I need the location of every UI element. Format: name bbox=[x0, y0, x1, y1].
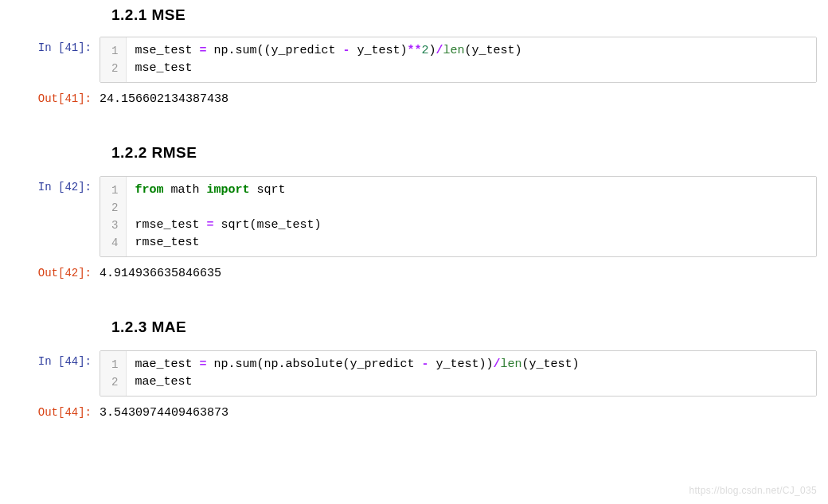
code-text: rmse_test bbox=[135, 236, 199, 249]
op-slash: / bbox=[494, 357, 501, 371]
cell-in-44: In [44]: 1 2 mae_test = np.sum(np.absolu… bbox=[0, 350, 828, 397]
cell-in-41: In [41]: 1 2 mse_test = np.sum((y_predic… bbox=[0, 37, 828, 83]
lineno: 1 bbox=[111, 356, 118, 373]
cell-out-44: Out[44]: 3.5430974409463873 bbox=[0, 401, 828, 420]
gutter-42: 1 2 3 4 bbox=[100, 177, 127, 256]
code-text: np.sum(np.absolute(y_predict bbox=[206, 357, 421, 371]
prompt-out-41: Out[41]: bbox=[0, 88, 100, 105]
lineno: 3 bbox=[111, 217, 118, 234]
code-text: sqrt(mse_test) bbox=[213, 218, 321, 232]
gutter-41: 1 2 bbox=[100, 37, 127, 82]
code-block-41[interactable]: 1 2 mse_test = np.sum((y_predict - y_tes… bbox=[100, 37, 817, 83]
code-text: mse_test bbox=[135, 44, 199, 57]
prompt-in-41: In [41]: bbox=[0, 37, 100, 54]
prompt-out-42: Out[42]: bbox=[0, 262, 100, 279]
code-text: rmse_test bbox=[135, 218, 206, 232]
code-block-44[interactable]: 1 2 mae_test = np.sum(np.absolute(y_pred… bbox=[100, 350, 817, 397]
heading-mse: 1.2.1 MSE bbox=[111, 6, 828, 24]
code-text: (y_test) bbox=[522, 357, 580, 371]
op-pow: ** bbox=[408, 44, 422, 57]
cell-in-42: In [42]: 1 2 3 4 from math import sqrt r… bbox=[0, 176, 828, 257]
cell-out-42: Out[42]: 4.914936635846635 bbox=[0, 262, 828, 280]
kw-from: from bbox=[135, 183, 163, 197]
code-41[interactable]: mse_test = np.sum((y_predict - y_test)**… bbox=[127, 37, 816, 82]
prompt-out-44: Out[44]: bbox=[0, 401, 100, 419]
lineno: 2 bbox=[111, 199, 118, 217]
code-text: mae_test bbox=[135, 375, 192, 389]
code-text: mse_test bbox=[135, 61, 192, 75]
output-44: 3.5430974409463873 bbox=[100, 401, 828, 420]
output-41: 24.156602134387438 bbox=[100, 88, 828, 106]
kw-import: import bbox=[206, 183, 249, 197]
code-text: (y_test) bbox=[465, 44, 522, 57]
gutter-44: 1 2 bbox=[100, 351, 127, 396]
notebook: 1.2.1 MSE In [41]: 1 2 mse_test = np.sum… bbox=[0, 0, 828, 420]
code-44[interactable]: mae_test = np.sum(np.absolute(y_predict … bbox=[127, 351, 816, 396]
output-42: 4.914936635846635 bbox=[100, 262, 828, 280]
code-text: ) bbox=[429, 44, 436, 57]
op-minus: - bbox=[421, 357, 428, 371]
code-text: y_test)) bbox=[429, 357, 494, 371]
code-text: y_test) bbox=[350, 44, 407, 57]
lineno: 1 bbox=[111, 42, 118, 60]
prompt-in-44: In [44]: bbox=[0, 350, 100, 368]
lineno: 1 bbox=[111, 182, 118, 199]
code-text: sqrt bbox=[249, 183, 285, 197]
op-slash: / bbox=[436, 44, 443, 57]
code-block-42[interactable]: 1 2 3 4 from math import sqrt rmse_test … bbox=[100, 176, 817, 257]
func-len: len bbox=[501, 357, 522, 371]
num-two: 2 bbox=[422, 44, 429, 57]
prompt-in-42: In [42]: bbox=[0, 176, 100, 193]
heading-rmse: 1.2.2 RMSE bbox=[111, 144, 828, 162]
code-text: mae_test bbox=[135, 357, 199, 371]
code-text: np.sum((y_predict bbox=[206, 44, 342, 57]
cell-out-41: Out[41]: 24.156602134387438 bbox=[0, 88, 828, 106]
code-text: math bbox=[163, 183, 206, 197]
heading-mae: 1.2.3 MAE bbox=[111, 318, 828, 336]
lineno: 2 bbox=[111, 60, 118, 77]
code-42[interactable]: from math import sqrt rmse_test = sqrt(m… bbox=[127, 177, 816, 256]
lineno: 2 bbox=[111, 373, 118, 391]
func-len: len bbox=[443, 44, 465, 57]
lineno: 4 bbox=[111, 234, 118, 252]
